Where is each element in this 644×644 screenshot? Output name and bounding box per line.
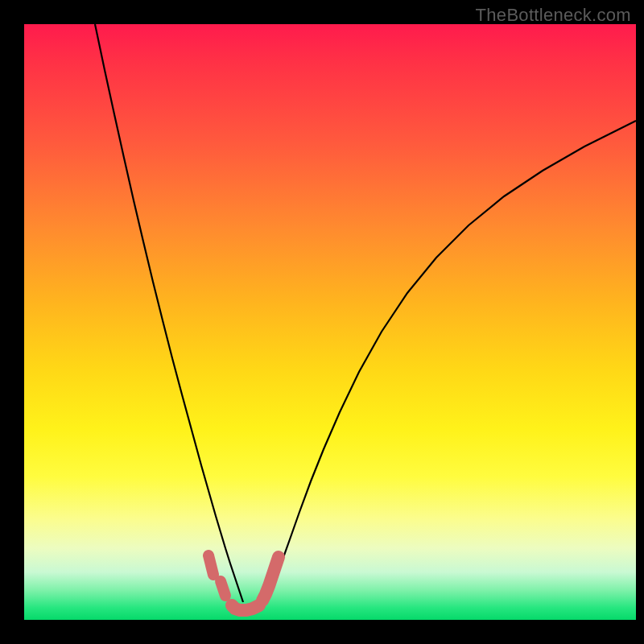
pink-dot-left-lower <box>221 581 225 596</box>
curve-layer <box>24 24 636 620</box>
watermark-text: TheBottleneck.com <box>476 5 631 26</box>
pink-bottom-run <box>232 605 259 610</box>
plot-area <box>24 24 636 620</box>
pink-right-rise <box>262 557 279 601</box>
chart-frame: TheBottleneck.com <box>0 0 644 644</box>
pink-dot-left-upper <box>208 555 213 575</box>
left-curve <box>95 24 243 602</box>
right-curve <box>266 121 636 602</box>
